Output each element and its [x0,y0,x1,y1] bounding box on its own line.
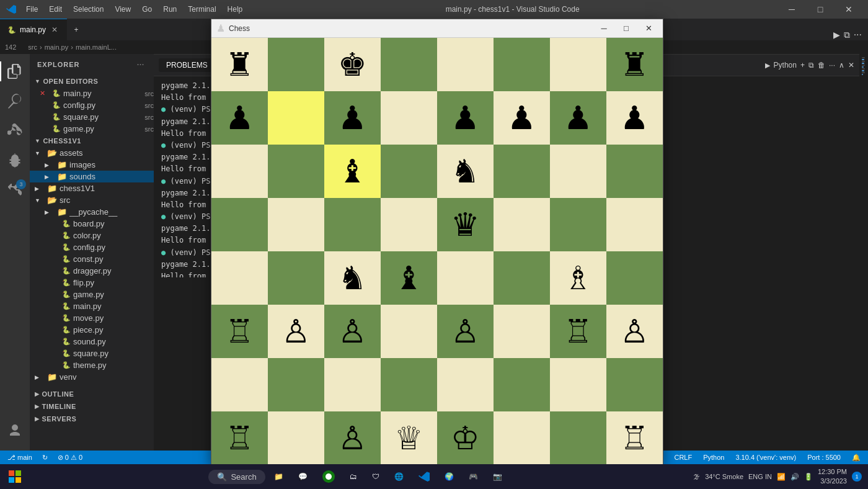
chess-cell[interactable]: ♟ [437,91,494,145]
chess-cell[interactable] [494,198,550,251]
tree-venv[interactable]: ▶ 📁 venv [30,371,154,383]
chess-cell[interactable] [381,145,437,198]
more-icon[interactable]: ··· [829,61,835,70]
trash-icon[interactable]: 🗑 [818,61,825,70]
project-section[interactable]: ▼ CHESS1V1 [30,135,154,147]
chess-cell[interactable] [268,38,324,91]
play-icon[interactable]: ▶ [765,61,770,70]
activity-extensions[interactable]: 3 [0,176,30,205]
tree-pycache[interactable]: ▶ 📁 __pycache__ [30,206,154,218]
more-actions-icon[interactable]: ··· [854,29,862,40]
chess-cell[interactable] [437,251,494,305]
tab-problems[interactable]: PROBLEMS [159,58,215,72]
tree-images[interactable]: ▶ 📁 images [30,159,154,171]
menu-file[interactable]: File [21,4,43,15]
split-editor-icon[interactable]: ⧉ [844,30,850,40]
windows-logo-button[interactable] [5,467,25,487]
tree-color-py[interactable]: 🐍 color.py [30,230,154,241]
chess-cell[interactable]: ♝ [381,251,437,305]
taskbar-search[interactable]: 🔍 Search [208,470,265,484]
right-scrollbar[interactable] [859,54,868,451]
tree-const-py[interactable]: 🐍 const.py [30,253,154,265]
chess-maximize-button[interactable]: □ [617,20,636,36]
activity-debug[interactable] [0,146,30,176]
breadcrumb-file[interactable]: main.py [45,43,69,51]
taskbar-xbox[interactable]: 🎮 [463,470,484,483]
errors-warnings[interactable]: ⊘ 0 ⚠ 0 [55,454,85,462]
chess-cell[interactable] [550,198,606,251]
tree-board-py[interactable]: 🐍 board.py [30,218,154,230]
taskbar-vscode-taskbar[interactable] [412,469,436,485]
activity-explorer[interactable] [0,56,30,86]
chess-cell[interactable] [606,251,663,305]
notification-badge[interactable]: 1 [852,472,862,482]
tree-assets[interactable]: ▼ 📂 assets [30,147,154,159]
close-button[interactable]: ✕ [835,0,863,19]
taskbar-gamepass[interactable] [316,468,341,485]
taskbar-chrome[interactable]: 🌍 [438,470,460,483]
notification-status[interactable]: 🔔 [849,454,863,462]
chess-cell[interactable] [381,358,437,411]
tree-sounds[interactable]: ▶ 📁 sounds [30,171,154,182]
tree-game-py[interactable]: 🐍 game.py [30,289,154,300]
chess-cell[interactable] [494,305,550,358]
breadcrumb-symbol[interactable]: main.mainL... [76,43,117,51]
chess-cell[interactable] [437,358,494,411]
tree-dragger-py[interactable]: 🐍 dragger.py [30,265,154,277]
chess-cell[interactable] [494,358,550,411]
outline-section[interactable]: ▶ OUTLINE [30,388,154,400]
chess-cell[interactable] [381,305,437,358]
menu-selection[interactable]: Selection [68,4,108,15]
chess-cell[interactable]: ♙ [437,305,494,358]
chess-cell[interactable] [550,38,606,91]
chess-cell[interactable]: ♟ [550,91,606,145]
python-version-status[interactable]: 3.10.4 ('venv': venv) [733,454,799,461]
tree-square-py[interactable]: 🐍 square.py [30,348,154,359]
split-icon[interactable]: ⧉ [808,61,814,70]
port-status[interactable]: Port : 5500 [805,454,843,461]
menu-help[interactable]: Help [223,4,248,15]
git-branch-status[interactable]: ⎇ main [5,454,35,462]
chess-cell[interactable]: ♕ [381,411,437,465]
sync-status[interactable]: ↻ [40,454,50,462]
taskbar-defender[interactable]: 🛡 [366,470,386,483]
taskbar-clock[interactable]: 12:30 PM 3/3/2023 [818,467,847,487]
open-editor-game-py[interactable]: 🐍 game.py src [30,123,154,135]
chess-cell[interactable]: ♟ [606,91,663,145]
activity-search[interactable] [0,86,30,116]
chess-cell[interactable]: ♟ [211,91,268,145]
open-editor-main-py[interactable]: ✕ 🐍 main.py src [30,87,154,99]
maximize-button[interactable]: □ [806,0,835,19]
activity-accounts[interactable] [0,416,30,446]
chess-cell[interactable]: ♝ [324,145,381,198]
activity-git[interactable] [0,116,30,146]
chess-cell[interactable] [606,358,663,411]
python-status[interactable]: Python [701,454,727,461]
chess-cell[interactable] [324,358,381,411]
chess-cell[interactable]: ♖ [606,411,663,465]
chess-cell[interactable] [324,198,381,251]
menu-edit[interactable]: Edit [44,4,67,15]
close-terminal-icon[interactable]: ✕ [848,61,854,70]
chess-cell[interactable] [268,358,324,411]
chess-cell[interactable] [268,91,324,145]
chess-cell[interactable] [437,38,494,91]
menu-view[interactable]: View [110,4,136,15]
chess-cell[interactable] [211,198,268,251]
taskbar-edge[interactable]: 🌐 [388,470,410,483]
chess-cell[interactable] [381,38,437,91]
open-editor-square-py[interactable]: 🐍 square.py src [30,111,154,123]
chess-cell[interactable] [211,145,268,198]
menu-run[interactable]: Run [158,4,182,15]
chess-cell[interactable]: ♚ [324,38,381,91]
chess-cell[interactable]: ♗ [550,251,606,305]
sidebar-new-file[interactable]: ··· [135,59,146,70]
chess-close-button[interactable]: ✕ [639,20,658,36]
plus-icon[interactable]: + [800,61,805,70]
chess-cell[interactable] [494,251,550,305]
menu-terminal[interactable]: Terminal [183,4,221,15]
chess-minimize-button[interactable]: ─ [595,20,613,36]
chess-cell[interactable]: ♖ [550,305,606,358]
chess-cell[interactable] [268,411,324,465]
chess-cell[interactable]: ♙ [324,411,381,465]
